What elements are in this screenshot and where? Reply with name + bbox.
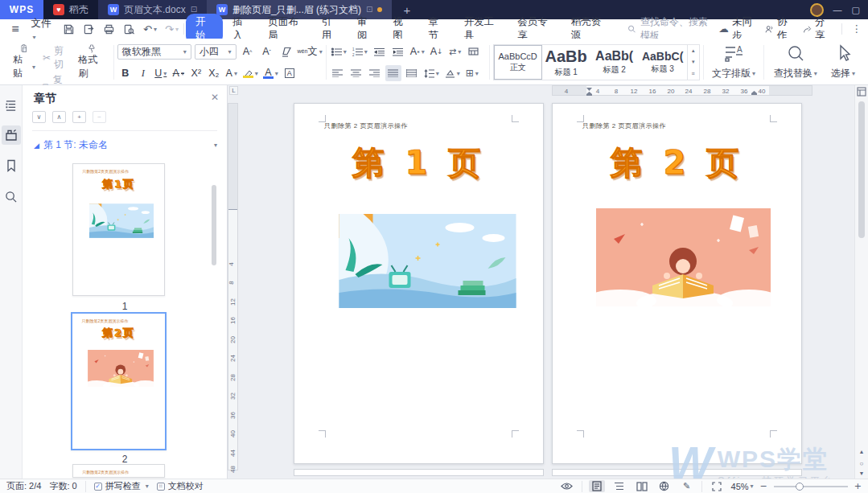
numbered-list-button[interactable]: 12▾ <box>351 43 369 60</box>
ruler-toggle-icon[interactable] <box>857 87 866 97</box>
collapse-up-button[interactable]: ∧ <box>52 111 66 123</box>
page-thumbnail-3-partial[interactable]: 只删除第2页页眉演示操作 <box>72 464 165 478</box>
page-header-text[interactable]: 只删除第 2 页页眉演示操作 <box>324 121 408 130</box>
style-normal[interactable]: AaBbCcD 正文 <box>494 45 542 80</box>
document-canvas[interactable]: L 4 4 8 12 16 20 24 28 32 36 40 4 8 12 1… <box>228 85 854 479</box>
page-header-text[interactable]: 只删除第 2 页页眉演示操作 <box>582 121 666 130</box>
horizontal-ruler[interactable]: 4 4 8 12 16 20 24 28 32 36 40 <box>552 85 812 96</box>
style-heading1[interactable]: AaBb 标题 1 <box>542 45 590 80</box>
page-thumbnail-1[interactable]: 只删除第2页页眉演示操作 第1页 <box>72 163 165 296</box>
scroll-up-icon[interactable]: ▲ <box>855 449 868 454</box>
close-icon[interactable]: ✕ <box>211 92 219 103</box>
zoom-level-button[interactable]: 45%▾ <box>731 482 754 491</box>
strikethrough-button[interactable]: A▾ <box>171 65 187 81</box>
align-right-button[interactable] <box>367 65 383 81</box>
page-title-art[interactable]: 第 1 页 <box>294 141 543 185</box>
expand-down-button[interactable]: ∨ <box>32 111 46 123</box>
increase-font-button[interactable]: A^ <box>240 43 256 60</box>
section-row[interactable]: ◢ 第 1 节: 未命名 ▾ <box>34 138 217 152</box>
user-avatar[interactable] <box>810 3 824 17</box>
search-pane-icon[interactable] <box>2 187 21 206</box>
section-menu-icon[interactable]: ▾ <box>214 142 217 149</box>
page2-illustration[interactable] <box>596 208 771 306</box>
text-effects-button[interactable]: A▾ <box>224 65 240 81</box>
bold-button[interactable]: B <box>117 65 134 81</box>
style-heading2[interactable]: AaBb( 标题 2 <box>590 45 639 80</box>
view-page-mode-button[interactable] <box>589 480 605 492</box>
decrease-indent-button[interactable] <box>372 43 388 60</box>
zoom-in-button[interactable]: + <box>854 482 862 491</box>
scrollbar-thumb[interactable] <box>858 101 865 238</box>
section-expander-icon[interactable]: ◢ <box>34 142 39 150</box>
more-options-icon[interactable]: ⋮ <box>852 24 862 35</box>
text-layout-button[interactable]: A 文字排版▾ <box>707 42 761 83</box>
zoom-slider[interactable] <box>774 486 848 487</box>
character-border-button[interactable]: A <box>282 65 298 81</box>
zoom-out-button[interactable]: − <box>760 482 767 491</box>
format-painter-button[interactable]: 格式刷 <box>73 42 110 83</box>
vertical-ruler[interactable]: 4 8 12 16 20 24 28 32 36 40 44 48 <box>228 103 238 470</box>
font-color-button[interactable]: A▾ <box>261 65 280 81</box>
underline-button[interactable]: U▾ <box>153 65 169 81</box>
styles-scroll-down[interactable]: ▾ <box>688 56 699 68</box>
save-button[interactable] <box>60 23 78 35</box>
file-menu[interactable]: 文件▾ <box>26 17 58 42</box>
word-count[interactable]: 字数: 0 <box>49 480 76 492</box>
style-heading3[interactable]: AaBbC( 标题 3 <box>639 45 687 80</box>
print-preview-button[interactable] <box>120 23 138 35</box>
view-two-page-button[interactable] <box>634 480 650 492</box>
paste-button[interactable]: 粘贴▾ <box>8 42 40 83</box>
italic-button[interactable]: I <box>135 65 151 81</box>
styles-more-button[interactable]: ≡ <box>688 68 699 80</box>
superscript-button[interactable]: X² <box>188 65 204 81</box>
font-name-combobox[interactable]: 微软雅黑▾ <box>117 44 191 60</box>
page-indicator[interactable]: 页面: 2/4 <box>6 480 41 492</box>
distribute-button[interactable] <box>404 65 420 81</box>
document-page-2[interactable]: 只删除第 2 页页眉演示操作 第 2 页 <box>552 103 802 464</box>
tab-stops-button[interactable] <box>466 43 482 60</box>
view-outline-mode-button[interactable] <box>611 480 627 492</box>
vertical-scrollbar[interactable]: ▲ ○ ▼ <box>854 85 868 479</box>
tab-stop-selector[interactable]: L <box>229 86 238 95</box>
restore-window-icon[interactable]: ⊡ <box>366 6 372 14</box>
justify-button[interactable] <box>385 65 401 81</box>
font-size-combobox[interactable]: 小四▾ <box>195 44 237 60</box>
view-web-layout-button[interactable] <box>656 480 673 492</box>
line-spacing-button[interactable]: ▾ <box>422 65 441 81</box>
scroll-down-icon[interactable]: ▼ <box>855 470 868 476</box>
text-direction-button[interactable]: ⇄▾ <box>447 43 463 60</box>
minimize-button[interactable]: — <box>833 5 842 14</box>
undo-button[interactable]: ↶▾ <box>140 24 160 35</box>
spellcheck-toggle[interactable]: ✓拼写检查▾ <box>94 480 149 492</box>
styles-scroll-up[interactable]: ▴ <box>688 45 699 56</box>
decrease-font-button[interactable]: Aˇ <box>259 43 275 60</box>
page1-illustration[interactable] <box>339 214 516 308</box>
shading-button[interactable]: ▾ <box>443 65 462 81</box>
hamburger-menu-icon[interactable]: ≡ <box>6 24 24 35</box>
asian-layout-button[interactable]: A⁎▾ <box>409 43 426 60</box>
pinyin-guide-button[interactable]: wén文▾ <box>298 43 323 60</box>
fit-page-icon[interactable] <box>709 480 725 492</box>
subscript-button[interactable]: X₂ <box>206 65 222 81</box>
page-thumbnail-2-selected[interactable]: 只删除第2页页眉演示操作 第2页 <box>71 312 167 450</box>
redo-button[interactable]: ↷▾ <box>162 24 182 35</box>
find-replace-button[interactable]: 查找替换▾ <box>767 42 823 83</box>
add-section-button[interactable]: + <box>72 111 86 123</box>
cut-button[interactable]: ✂剪切 <box>40 43 73 72</box>
pin-icon[interactable]: ⊡ <box>191 6 197 14</box>
document-page-1[interactable]: 只删除第 2 页页眉演示操作 第 1 页 <box>294 103 544 464</box>
bullet-list-button[interactable]: ▾ <box>330 43 348 60</box>
chapters-pane-icon[interactable] <box>2 125 21 145</box>
highlight-color-button[interactable]: ▾ <box>241 65 260 81</box>
ink-annotation-button[interactable]: ✎ <box>679 480 695 492</box>
align-center-button[interactable] <box>348 65 364 81</box>
maximize-button[interactable]: ▢ <box>852 5 860 15</box>
sort-button[interactable]: A↓ <box>429 43 445 60</box>
align-left-button[interactable] <box>330 65 346 81</box>
clear-format-button[interactable] <box>278 43 294 60</box>
increase-indent-button[interactable] <box>390 43 406 60</box>
page-title-art[interactable]: 第 2 页 <box>553 141 801 185</box>
bookmark-pane-icon[interactable] <box>2 156 21 175</box>
document-proofread-button[interactable]: ⌗文档校对 <box>157 480 204 492</box>
print-button[interactable] <box>100 23 118 35</box>
